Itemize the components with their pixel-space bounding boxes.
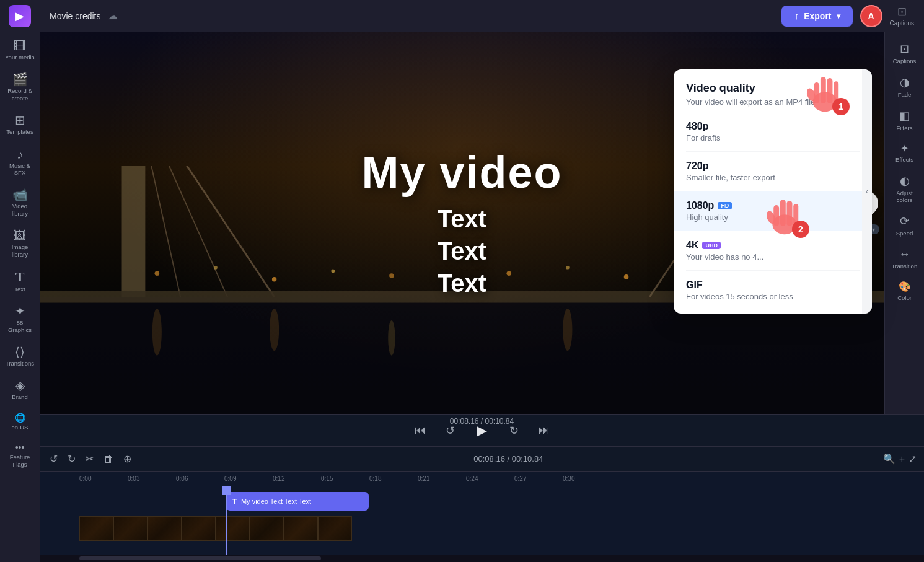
app-logo[interactable]: ▶: [9, 5, 31, 27]
video-thumb-3: [147, 516, 182, 541]
right-panel-fade[interactable]: ◑ Fade: [887, 71, 923, 103]
sidebar-item-text[interactable]: T Text: [2, 265, 37, 297]
ruler-mark-2: 0:06: [176, 475, 224, 482]
left-sidebar: ▶ 🎞 Your media 🎬 Record & create ⊞ Templ…: [0, 0, 40, 562]
redo-button[interactable]: ↻: [65, 450, 78, 467]
sidebar-item-record[interactable]: 🎬 Record & create: [2, 68, 37, 107]
brand-icon: ◈: [15, 379, 25, 392]
video-thumb-4: [182, 516, 216, 541]
sidebar-item-label: Templates: [6, 128, 33, 135]
quality-name-4k: 4K UHD: [686, 240, 860, 251]
timeline-ruler: 0:00 0:03 0:06 0:09 0:12 0:15 0:18 0:21 …: [40, 472, 924, 486]
sidebar-item-brand[interactable]: ◈ Brand: [2, 374, 37, 405]
timeline-scrollbar[interactable]: [40, 555, 924, 562]
cloud-save-icon[interactable]: ☁: [108, 10, 118, 22]
content-area: ‹: [40, 32, 924, 414]
ruler-mark-9: 0:27: [514, 475, 563, 482]
playback-controls: 00:08.16 / 00:10.84 ⏮ ↺ ▶ ↻ ⏭ ⛶: [40, 414, 924, 446]
playhead-marker: [222, 486, 231, 495]
skip-forward-button[interactable]: ⏭: [535, 420, 553, 441]
sidebar-item-your-media[interactable]: 🎞 Your media: [2, 35, 37, 66]
duplicate-button[interactable]: ⊕: [121, 450, 134, 467]
graphics-icon: ✦: [15, 305, 25, 317]
undo-button[interactable]: ↺: [47, 450, 60, 467]
sidebar-item-music[interactable]: ♪ Music & SFX: [2, 143, 37, 182]
ruler-marks: 0:00 0:03 0:06 0:09 0:12 0:15 0:18 0:21 …: [79, 475, 924, 482]
sidebar-item-feature-flags[interactable]: ••• Feature Flags: [2, 438, 37, 473]
sidebar-item-label: Feature Flags: [5, 454, 35, 468]
right-panel-transition-label: Transition: [892, 263, 917, 270]
subtitle-line-1: Text: [438, 203, 486, 235]
right-panel-effects-label: Effects: [895, 156, 913, 163]
sidebar-item-label: Transitions: [6, 360, 34, 367]
sidebar-item-label: Your media: [5, 54, 35, 61]
right-panel-transition[interactable]: ↔ Transition: [887, 243, 923, 274]
right-panel-filters-label: Filters: [897, 125, 913, 131]
sidebar-item-label: Record & create: [5, 87, 35, 102]
video-thumb-2: [113, 516, 147, 541]
zoom-out-button[interactable]: 🔍: [883, 453, 895, 465]
skip-back-button[interactable]: ⏮: [411, 420, 429, 441]
quality-option-480p[interactable]: 480p For drafts: [674, 112, 872, 151]
sidebar-item-label: Brand: [12, 393, 27, 400]
ruler-mark-4: 0:12: [273, 475, 321, 482]
video-strip-track: [79, 515, 924, 542]
sidebar-item-label: Video library: [5, 203, 35, 217]
quality-option-4k[interactable]: 4K UHD Your video has no 4...: [674, 231, 872, 270]
quality-name-720: 720p: [686, 160, 860, 172]
video-library-icon: 📹: [12, 188, 28, 201]
zoom-in-button[interactable]: +: [899, 454, 905, 465]
right-adjust-icon: ◐: [900, 174, 910, 188]
avatar-initial: A: [868, 11, 874, 21]
quality-header: Video quality Your video will export as …: [674, 69, 872, 112]
fit-timeline-button[interactable]: ⤢: [909, 453, 917, 465]
fullscreen-button[interactable]: ⛶: [904, 425, 914, 436]
sidebar-item-image-library[interactable]: 🖼 Image library: [2, 224, 37, 263]
quality-option-1080p[interactable]: 1080p HD High quality: [674, 191, 872, 231]
sidebar-item-video-library[interactable]: 📹 Video library: [2, 183, 37, 222]
timeline-scroll-thumb[interactable]: [79, 556, 321, 560]
ruler-mark-8: 0:24: [466, 475, 514, 482]
time-current: 00:08.16: [450, 417, 479, 426]
quality-dropdown: Video quality Your video will export as …: [674, 69, 872, 314]
sidebar-item-en-us[interactable]: 🌐 en-US: [2, 408, 37, 436]
text-icon: T: [15, 270, 25, 284]
delete-button[interactable]: 🗑: [101, 451, 116, 467]
ruler-mark-6: 0:18: [369, 475, 418, 482]
quality-option-gif[interactable]: GIF For videos 15 seconds or less: [674, 271, 872, 314]
cut-button[interactable]: ✂: [83, 450, 96, 467]
right-panel-adjust-colors[interactable]: ◐ Adjust colors: [887, 169, 923, 208]
captions-button[interactable]: ⊡ Captions: [890, 5, 914, 27]
right-panel-speed[interactable]: ⟳ Speed: [887, 209, 923, 242]
right-panel-effects[interactable]: ✦ Effects: [887, 138, 923, 168]
sidebar-item-label: 88 Graphics: [5, 319, 35, 333]
right-panel-filters[interactable]: ◧ Filters: [887, 104, 923, 136]
video-thumb-7: [284, 516, 318, 541]
project-title: Movie credits: [50, 11, 100, 21]
right-color-icon: 🎨: [899, 281, 911, 292]
export-icon: ↑: [794, 11, 799, 22]
right-panel-fade-label: Fade: [898, 91, 912, 98]
export-button[interactable]: ↑ Export ▾: [781, 6, 852, 27]
dropdown-close-arrow[interactable]: ‹: [862, 69, 872, 314]
sidebar-item-label: Image library: [5, 244, 35, 258]
sidebar-item-templates[interactable]: ⊞ Templates: [2, 109, 37, 140]
sidebar-item-transitions[interactable]: ⟨⟩ Transitions: [2, 341, 37, 372]
video-main-title: My video: [361, 147, 562, 198]
right-panel-captions[interactable]: ⊡ Captions: [887, 37, 923, 69]
text-clip[interactable]: T My video Text Text Text: [226, 492, 369, 511]
right-panel-color[interactable]: 🎨 Color: [887, 276, 923, 306]
ruler-mark-0: 0:00: [79, 475, 128, 482]
right-fade-icon: ◑: [900, 76, 910, 89]
quality-option-720p[interactable]: 720p Smaller file, faster export: [674, 152, 872, 191]
transitions-icon: ⟨⟩: [15, 346, 25, 358]
export-chevron-icon: ▾: [837, 12, 840, 20]
quality-desc-1080: High quality: [686, 213, 860, 222]
user-avatar[interactable]: A: [860, 5, 882, 27]
video-thumb-6: [250, 516, 284, 541]
locale-icon: 🌐: [15, 413, 25, 422]
right-filters-icon: ◧: [899, 109, 910, 123]
ruler-mark-7: 0:21: [418, 475, 466, 482]
sidebar-item-graphics[interactable]: ✦ 88 Graphics: [2, 300, 37, 338]
subtitle-line-2: Text: [438, 235, 486, 267]
